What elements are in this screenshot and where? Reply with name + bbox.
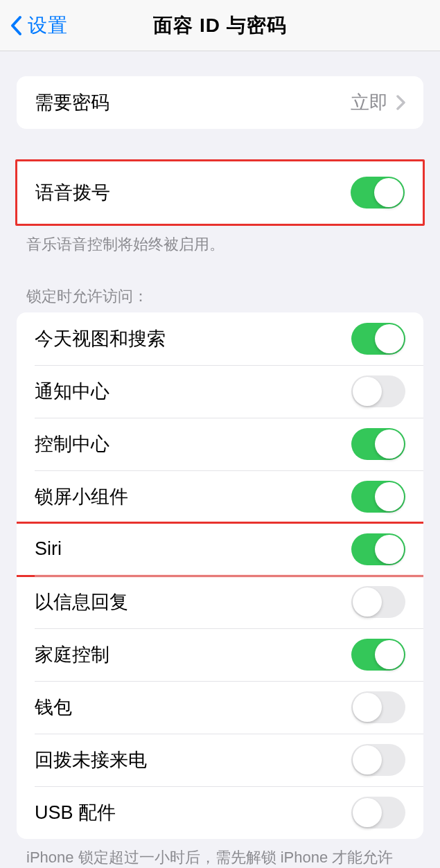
lock-item-toggle[interactable] xyxy=(351,428,405,460)
lock-item-row: 今天视图和搜索 xyxy=(17,312,423,365)
back-button[interactable]: 设置 xyxy=(6,12,68,39)
lock-access-footer: iPhone 锁定超过一小时后，需先解锁 iPhone 才能允许 USB 配件连… xyxy=(0,839,440,868)
lock-item-label: 控制中心 xyxy=(35,432,109,457)
lock-item-toggle[interactable] xyxy=(351,639,405,671)
lock-item-row: 通知中心 xyxy=(17,365,423,418)
lock-item-row: 锁屏小组件 xyxy=(17,470,423,523)
lock-item-label: 通知中心 xyxy=(35,379,109,404)
lock-item-toggle[interactable] xyxy=(351,797,405,829)
lock-item-label: 家庭控制 xyxy=(35,642,109,667)
require-passcode-row[interactable]: 需要密码 立即 xyxy=(17,76,423,129)
page-title: 面容 ID 与密码 xyxy=(153,12,287,39)
back-label: 设置 xyxy=(28,12,68,39)
require-passcode-value: 立即 xyxy=(351,90,388,115)
passcode-group: 需要密码 立即 xyxy=(17,76,423,129)
chevron-left-icon xyxy=(6,13,26,38)
voice-dial-toggle[interactable] xyxy=(351,177,405,209)
navigation-bar: 设置 面容 ID 与密码 xyxy=(0,0,440,51)
lock-item-toggle[interactable] xyxy=(351,323,405,355)
lock-item-row: 钱包 xyxy=(17,681,423,734)
require-passcode-label: 需要密码 xyxy=(35,90,109,115)
lock-item-row: USB 配件 xyxy=(17,786,423,839)
lock-access-header: 锁定时允许访问： xyxy=(0,265,440,312)
lock-item-label: 回拨未接来电 xyxy=(35,747,147,772)
lock-item-toggle[interactable] xyxy=(351,744,405,776)
lock-item-toggle[interactable] xyxy=(351,533,405,565)
voice-dial-row: 语音拨号 xyxy=(17,161,423,224)
voice-dial-label: 语音拨号 xyxy=(35,180,110,205)
lock-item-label: 锁屏小组件 xyxy=(35,484,128,509)
lock-item-toggle[interactable] xyxy=(351,691,405,723)
lock-item-row: Siri xyxy=(17,523,423,576)
chevron-right-icon xyxy=(396,95,405,110)
lock-item-toggle[interactable] xyxy=(351,586,405,618)
voice-dial-group: 语音拨号 xyxy=(15,159,425,226)
lock-item-toggle[interactable] xyxy=(351,481,405,513)
lock-item-row: 以信息回复 xyxy=(17,576,423,628)
lock-item-label: 以信息回复 xyxy=(35,590,128,614)
lock-item-toggle[interactable] xyxy=(351,375,405,407)
lock-item-row: 回拨未接来电 xyxy=(17,734,423,786)
lock-item-label: USB 配件 xyxy=(35,800,116,825)
lock-access-group: 今天视图和搜索通知中心控制中心锁屏小组件Siri以信息回复家庭控制钱包回拨未接来… xyxy=(17,312,423,839)
lock-item-label: 今天视图和搜索 xyxy=(35,326,166,351)
lock-item-row: 家庭控制 xyxy=(17,628,423,681)
lock-item-label: 钱包 xyxy=(35,695,72,720)
voice-dial-footer: 音乐语音控制将始终被启用。 xyxy=(0,226,440,256)
lock-item-row: 控制中心 xyxy=(17,418,423,470)
lock-item-label: Siri xyxy=(35,538,62,560)
